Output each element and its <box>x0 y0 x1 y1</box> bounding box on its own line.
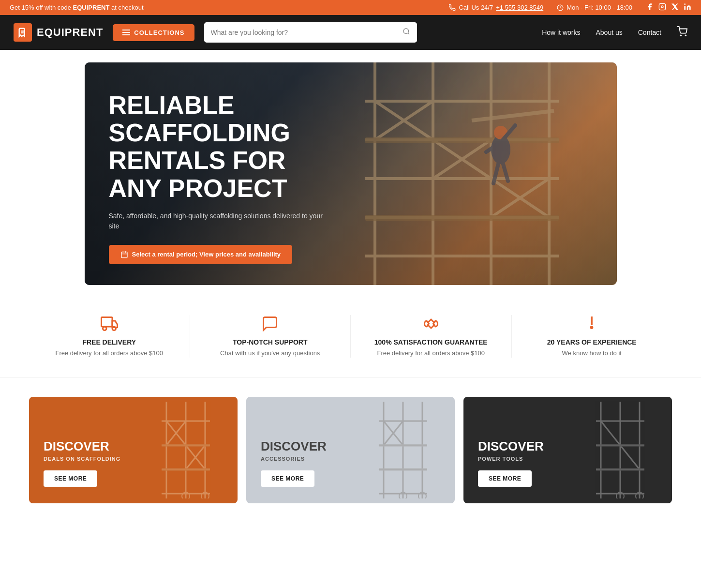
svg-rect-35 <box>121 252 127 257</box>
logo-text: EQUIPRENT <box>37 26 103 39</box>
svg-rect-56 <box>162 468 210 471</box>
svg-point-41 <box>112 327 116 331</box>
svg-point-9 <box>680 35 681 36</box>
feature-delivery: FREE DELIVERY Free delivery for all orde… <box>29 315 190 358</box>
svg-rect-69 <box>379 468 427 471</box>
cart-icon[interactable] <box>677 26 687 39</box>
see-more-power-tools-button[interactable]: SEE MORE <box>478 470 532 487</box>
feature-desc-support: Chat with us if you've any questions <box>200 349 341 358</box>
nav-contact[interactable]: Contact <box>638 29 661 36</box>
accessories-illustration <box>356 402 450 498</box>
discover-section: DISCOVER DEALS ON SCAFFOLDING SEE MORE <box>0 377 701 532</box>
svg-rect-55 <box>162 444 210 447</box>
feature-desc-experience: We know how to do it <box>522 349 663 358</box>
features-section: FREE DELIVERY Free delivery for all orde… <box>0 291 701 377</box>
hero-subtitle: Safe, affordable, and high-quality scaff… <box>109 211 331 231</box>
calendar-icon <box>120 251 128 258</box>
hero-content: RELIABLE SCAFFOLDING RENTALS FOR ANY PRO… <box>85 62 356 285</box>
svg-point-40 <box>103 327 106 331</box>
feature-title-delivery: FREE DELIVERY <box>39 338 180 346</box>
discover-card-accessories: DISCOVER ACCESSORIES SEE MORE <box>246 397 455 503</box>
feature-title-experience: 20 YEARS OF EXPERIENCE <box>522 338 663 346</box>
promo-suffix: at checkout <box>109 4 143 11</box>
svg-rect-82 <box>596 468 644 471</box>
see-more-accessories-button[interactable]: SEE MORE <box>261 470 314 487</box>
svg-point-7 <box>403 29 409 34</box>
social-icons <box>646 3 691 12</box>
chat-support-icon <box>200 315 341 332</box>
svg-rect-68 <box>379 444 427 447</box>
search-input[interactable] <box>211 29 403 36</box>
svg-line-8 <box>408 33 409 34</box>
phone-label: Call Us 24/7 <box>459 4 493 11</box>
delivery-truck-icon <box>39 315 180 332</box>
svg-rect-1 <box>659 3 665 10</box>
svg-rect-27 <box>365 215 559 221</box>
power-tools-illustration <box>573 402 667 498</box>
phone-info: Call Us 24/7 +1 555 302 8549 <box>449 4 543 11</box>
hours-text: Mon - Fri: 10:00 - 18:00 <box>567 4 632 11</box>
see-more-scaffolding-button[interactable]: SEE MORE <box>44 470 97 487</box>
svg-line-34 <box>472 111 554 121</box>
discover-card-scaffolding: DISCOVER DEALS ON SCAFFOLDING SEE MORE <box>29 397 238 503</box>
feature-support: TOP-NOTCH SUPPORT Chat with us if you've… <box>190 315 351 358</box>
collections-label: COLLECTIONS <box>134 29 184 36</box>
collections-button[interactable]: COLLECTIONS <box>113 24 194 41</box>
hero-cta-button[interactable]: Select a rental period; View prices and … <box>109 245 293 264</box>
promo-text: Get 15% off with code EQUIPRENT at check… <box>10 4 144 11</box>
feature-experience: 20 YEARS OF EXPERIENCE We know how to do… <box>512 315 672 358</box>
svg-rect-39 <box>101 317 112 327</box>
svg-point-3 <box>664 5 664 5</box>
main-nav: How it works About us Contact <box>542 26 687 39</box>
logo[interactable]: EQUIPRENT <box>14 23 103 42</box>
scaffolding-illustration <box>139 402 233 498</box>
svg-line-79 <box>601 421 620 445</box>
hero-section: RELIABLE SCAFFOLDING RENTALS FOR ANY PRO… <box>85 62 617 285</box>
feature-desc-delivery: Free delivery for all orders above $100 <box>39 349 180 358</box>
search-bar <box>204 22 417 43</box>
handshake-icon <box>360 315 502 332</box>
logo-icon <box>14 23 32 42</box>
top-banner: Get 15% off with code EQUIPRENT at check… <box>0 0 701 15</box>
promo-prefix: Get 15% off with code <box>10 4 73 11</box>
feature-guarantee: 100% SATISFACTION GUARANTEE Free deliver… <box>351 315 512 358</box>
header: EQUIPRENT COLLECTIONS How it works About… <box>0 15 701 50</box>
hamburger-icon <box>122 30 130 35</box>
hours-info: Mon - Fri: 10:00 - 18:00 <box>557 4 632 11</box>
svg-point-10 <box>685 35 686 36</box>
x-twitter-icon[interactable] <box>671 3 679 12</box>
phone-number[interactable]: +1 555 302 8549 <box>496 4 543 11</box>
phone-icon <box>449 4 456 11</box>
svg-point-2 <box>661 6 663 8</box>
instagram-icon[interactable] <box>658 3 666 12</box>
nav-how-it-works[interactable]: How it works <box>542 29 580 36</box>
feature-title-guarantee: 100% SATISFACTION GUARANTEE <box>360 338 502 346</box>
svg-line-32 <box>493 164 498 183</box>
hero-title: RELIABLE SCAFFOLDING RENTALS FOR ANY PRO… <box>109 91 331 202</box>
feature-desc-guarantee: Free delivery for all orders above $100 <box>360 349 502 358</box>
promo-code: EQUIPRENT <box>73 4 110 11</box>
search-icon[interactable] <box>403 28 410 37</box>
facebook-icon[interactable] <box>646 3 654 12</box>
feature-title-support: TOP-NOTCH SUPPORT <box>200 338 341 346</box>
nav-about-us[interactable]: About us <box>596 29 622 36</box>
discover-card-power-tools: DISCOVER POWER TOOLS SEE MORE <box>463 397 672 503</box>
experience-icon <box>522 315 663 332</box>
svg-rect-26 <box>365 137 559 143</box>
svg-point-43 <box>591 327 593 328</box>
clock-icon <box>557 4 564 11</box>
svg-rect-81 <box>596 444 644 447</box>
svg-line-80 <box>620 445 640 469</box>
svg-point-4 <box>684 3 686 5</box>
hero-cta-label: Select a rental period; View prices and … <box>132 251 281 258</box>
linkedin-icon[interactable] <box>684 3 691 12</box>
top-banner-right: Call Us 24/7 +1 555 302 8549 Mon - Fri: … <box>449 3 691 12</box>
